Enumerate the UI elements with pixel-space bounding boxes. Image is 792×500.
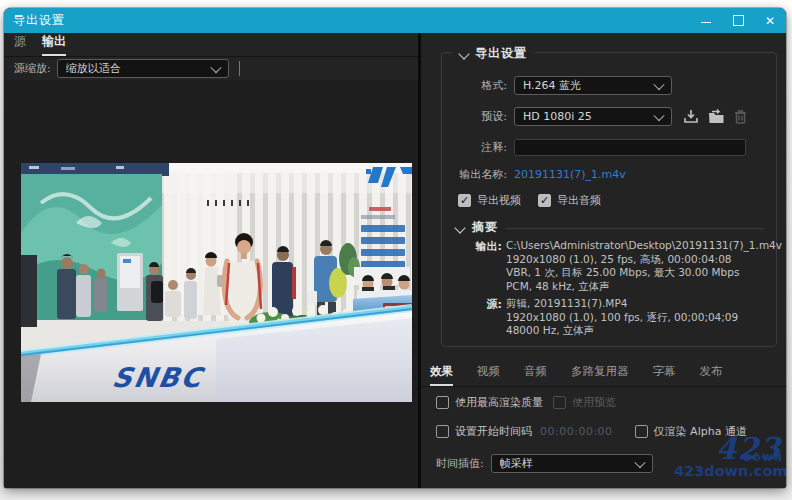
summary-output-label: 输出: xyxy=(442,239,506,293)
time-interpolation-row: 时间插值: 帧采样 xyxy=(436,454,786,473)
preset-value: HD 1080i 25 xyxy=(523,110,649,123)
comments-input[interactable] xyxy=(514,139,746,156)
export-settings-window: 导出设置 ✕ 源 输出 源缩放: 缩放以适合 xyxy=(4,8,786,488)
output-name-row: 输出名称: 20191131(7)_1.m4v xyxy=(442,167,776,182)
source-scaling-select[interactable]: 缩放以适合 xyxy=(57,59,229,78)
format-row: 格式: H.264 蓝光 xyxy=(442,76,776,95)
render-alpha-label[interactable]: 仅渲染 Alpha 通道 xyxy=(654,424,747,439)
tab-video[interactable]: 视频 xyxy=(477,364,500,386)
timecode-row: 设置开始时间码 00:00:00:00 仅渲染 Alpha 通道 xyxy=(436,424,786,439)
export-audio-checkbox[interactable]: ✓ xyxy=(538,194,551,207)
export-toggles-row: ✓ 导出视频 ✓ 导出音频 xyxy=(458,193,776,208)
comments-label: 注释: xyxy=(442,140,514,155)
snbc-logo-text: SNBC xyxy=(110,362,207,393)
summary-source: 源: 剪辑, 20191131(7).MP4 1920x1080 (1.0), … xyxy=(442,297,738,338)
summary-output-lines: C:\Users\Administrator\Desktop\20191131(… xyxy=(506,239,782,293)
preview-photo: SNBC xyxy=(21,163,412,402)
maximize-button[interactable] xyxy=(722,8,754,33)
summary-title: 摘要 xyxy=(472,219,498,236)
tab-effects[interactable]: 效果 xyxy=(430,364,453,386)
render-quality-row: 使用最高渲染质量 使用预览 xyxy=(436,395,786,410)
source-scaling-row: 源缩放: 缩放以适合 xyxy=(4,57,418,81)
max-render-quality-label[interactable]: 使用最高渲染质量 xyxy=(455,395,543,410)
time-interpolation-label: 时间插值: xyxy=(436,456,484,471)
chevron-down-icon xyxy=(634,456,645,467)
window-controls: ✕ xyxy=(690,8,786,33)
use-previews-checkbox xyxy=(553,396,566,409)
render-alpha-checkbox[interactable] xyxy=(635,425,648,438)
preset-label: 预设: xyxy=(442,109,514,124)
start-timecode-checkbox[interactable] xyxy=(436,425,449,438)
time-interpolation-select[interactable]: 帧采样 xyxy=(491,454,653,473)
tab-multiplexer[interactable]: 多路复用器 xyxy=(571,364,629,386)
format-label: 格式: xyxy=(442,78,514,93)
save-preset-icon[interactable] xyxy=(683,109,699,124)
export-settings-title: 导出设置 xyxy=(475,45,527,62)
settings-tabs: 效果 视频 音频 多路复用器 字幕 发布 xyxy=(421,363,786,387)
comments-row: 注释: xyxy=(442,139,776,156)
tab-captions[interactable]: 字幕 xyxy=(653,364,676,386)
summary-source-label: 源: xyxy=(442,297,506,338)
chevron-down-icon xyxy=(653,78,664,89)
use-previews-label: 使用预览 xyxy=(572,395,616,410)
output-name-link[interactable]: 20191131(7)_1.m4v xyxy=(514,168,626,181)
delete-preset-icon[interactable] xyxy=(734,109,747,124)
timecode-value: 00:00:00:00 xyxy=(540,425,613,438)
preview-tabs: 源 输出 xyxy=(4,33,418,57)
export-video-label[interactable]: 导出视频 xyxy=(477,193,521,208)
minimize-button[interactable] xyxy=(690,8,722,33)
format-select[interactable]: H.264 蓝光 xyxy=(514,76,672,95)
export-audio-label[interactable]: 导出音频 xyxy=(557,193,601,208)
summary-source-lines: 剪辑, 20191131(7).MP4 1920x1080 (1.0), 100… xyxy=(506,297,738,338)
window-title: 导出设置 xyxy=(4,12,65,29)
tab-output[interactable]: 输出 xyxy=(42,33,66,56)
tab-publish[interactable]: 发布 xyxy=(700,364,723,386)
preview-viewport: SNBC xyxy=(4,80,418,488)
titlebar: 导出设置 ✕ xyxy=(4,8,786,33)
tab-source[interactable]: 源 xyxy=(14,33,26,56)
preview-panel: 源 输出 源缩放: 缩放以适合 xyxy=(4,33,418,488)
max-render-quality-checkbox[interactable] xyxy=(436,396,449,409)
source-scaling-label: 源缩放: xyxy=(14,61,51,76)
source-scaling-value: 缩放以适合 xyxy=(66,61,206,76)
settings-panel: 导出设置 格式: H.264 蓝光 预设: HD 1080i 25 xyxy=(421,33,786,488)
preview-photo-art: SNBC xyxy=(21,163,412,402)
collapse-chevron-icon[interactable] xyxy=(458,48,469,59)
import-preset-icon[interactable] xyxy=(708,109,725,124)
summary-output: 输出: C:\Users\Administrator\Desktop\20191… xyxy=(442,239,782,293)
section-rule xyxy=(506,228,764,229)
chevron-down-icon xyxy=(653,109,664,120)
start-timecode-label[interactable]: 设置开始时间码 xyxy=(455,424,532,439)
chevron-down-icon xyxy=(210,61,221,72)
dialog-body: 源 输出 源缩放: 缩放以适合 xyxy=(4,33,786,488)
tab-audio[interactable]: 音频 xyxy=(524,364,547,386)
toolbar-separator xyxy=(239,61,240,76)
export-settings-header: 导出设置 xyxy=(452,45,535,62)
export-video-checkbox[interactable]: ✓ xyxy=(458,194,471,207)
summary-header: 摘要 xyxy=(456,219,764,236)
close-icon: ✕ xyxy=(765,14,775,28)
close-button[interactable]: ✕ xyxy=(754,8,786,33)
time-interpolation-value: 帧采样 xyxy=(500,456,630,471)
maximize-icon xyxy=(733,15,744,26)
format-value: H.264 蓝光 xyxy=(523,78,649,93)
export-settings-group: 导出设置 格式: H.264 蓝光 预设: HD 1080i 25 xyxy=(441,52,777,347)
collapse-chevron-icon[interactable] xyxy=(454,222,465,233)
minimize-icon xyxy=(701,22,711,23)
preset-actions xyxy=(683,109,747,124)
preset-select[interactable]: HD 1080i 25 xyxy=(514,107,672,126)
output-name-label: 输出名称: xyxy=(442,167,514,182)
preset-row: 预设: HD 1080i 25 xyxy=(442,107,776,126)
